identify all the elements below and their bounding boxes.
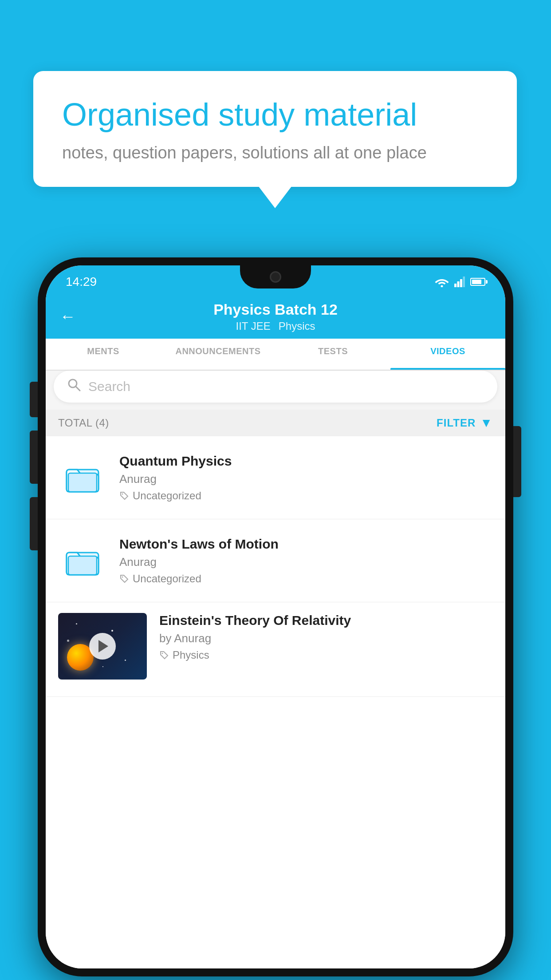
tab-tests[interactable]: TESTS xyxy=(276,339,390,370)
list-item[interactable]: Einstein's Theory Of Relativity by Anura… xyxy=(46,602,505,697)
svg-point-9 xyxy=(122,493,123,494)
signal-icon xyxy=(454,277,465,287)
battery-icon xyxy=(470,278,485,286)
back-button[interactable]: ← xyxy=(60,307,76,326)
search-placeholder: Search xyxy=(88,379,130,394)
list-item[interactable]: Newton's Laws of Motion Anurag Uncategor… xyxy=(46,519,505,602)
svg-rect-11 xyxy=(68,556,97,575)
svg-rect-4 xyxy=(463,277,465,287)
side-button-left xyxy=(30,497,38,550)
notch xyxy=(240,265,311,288)
speech-bubble-title: Organised study material xyxy=(62,95,488,134)
status-time: 14:29 xyxy=(66,271,97,289)
svg-point-13 xyxy=(162,653,163,654)
svg-rect-2 xyxy=(457,281,460,287)
item-author: Anurag xyxy=(119,472,493,486)
folder-icon xyxy=(58,536,107,585)
item-author: by Anurag xyxy=(159,632,493,645)
search-icon xyxy=(67,378,81,395)
item-info: Newton's Laws of Motion Anurag Uncategor… xyxy=(119,537,493,585)
list-item[interactable]: Quantum Physics Anurag Uncategorized xyxy=(46,436,505,519)
search-bar[interactable]: Search xyxy=(54,371,497,403)
phone-frame: 14:29 xyxy=(38,257,513,976)
tab-announcements[interactable]: ANNOUNCEMENTS xyxy=(161,339,276,370)
status-icons xyxy=(435,273,485,287)
header-title: Physics Batch 12 xyxy=(213,301,338,318)
header-subtitle-1: IIT JEE xyxy=(236,320,271,332)
item-author: Anurag xyxy=(119,555,493,569)
item-tag: Uncategorized xyxy=(119,490,493,502)
app-header: ← Physics Batch 12 IIT JEE Physics xyxy=(46,294,505,339)
tag-icon xyxy=(119,574,129,584)
svg-point-12 xyxy=(122,576,123,577)
item-title: Einstein's Theory Of Relativity xyxy=(159,613,493,628)
filter-button[interactable]: FILTER ▼ xyxy=(437,416,493,430)
tag-icon xyxy=(159,650,169,660)
header-subtitle: IIT JEE Physics xyxy=(236,320,315,332)
item-title: Quantum Physics xyxy=(119,454,493,469)
svg-point-0 xyxy=(441,285,443,287)
item-tag: Uncategorized xyxy=(119,573,493,585)
item-info: Einstein's Theory Of Relativity by Anura… xyxy=(159,613,493,661)
speech-bubble-subtitle: notes, question papers, solutions all at… xyxy=(62,143,488,162)
svg-rect-1 xyxy=(454,284,457,287)
filter-bar: TOTAL (4) FILTER ▼ xyxy=(46,410,505,436)
volume-down-button xyxy=(30,431,38,484)
video-thumbnail xyxy=(58,613,147,680)
play-triangle-icon xyxy=(98,640,108,652)
folder-icon xyxy=(58,453,107,502)
svg-line-6 xyxy=(76,387,80,391)
svg-rect-3 xyxy=(460,279,462,287)
total-count: TOTAL (4) xyxy=(58,417,109,429)
tag-icon xyxy=(119,491,129,501)
volume-up-button xyxy=(30,382,38,417)
phone-screen: 14:29 xyxy=(46,265,505,968)
tab-bar: MENTS ANNOUNCEMENTS TESTS VIDEOS xyxy=(46,339,505,371)
wifi-icon xyxy=(435,277,449,287)
header-subtitle-2: Physics xyxy=(279,320,315,332)
filter-icon: ▼ xyxy=(480,416,493,430)
content-area: Quantum Physics Anurag Uncategorized xyxy=(46,436,505,968)
tab-ments[interactable]: MENTS xyxy=(46,339,161,370)
tab-videos[interactable]: VIDEOS xyxy=(390,339,505,370)
item-title: Newton's Laws of Motion xyxy=(119,537,493,552)
front-camera xyxy=(270,271,281,283)
power-button xyxy=(513,426,521,497)
item-info: Quantum Physics Anurag Uncategorized xyxy=(119,454,493,502)
item-tag: Physics xyxy=(159,649,493,661)
svg-rect-8 xyxy=(68,473,97,492)
speech-bubble-card: Organised study material notes, question… xyxy=(33,71,517,187)
play-button[interactable] xyxy=(89,633,116,660)
